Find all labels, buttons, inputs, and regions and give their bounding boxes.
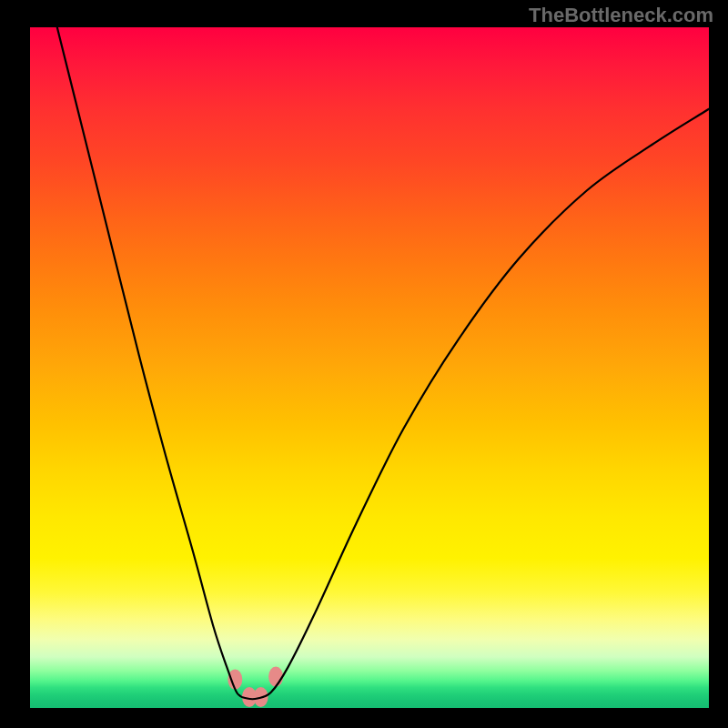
valley-blob-left: [228, 670, 242, 690]
valley-blob-right: [268, 667, 283, 687]
curve-layer: [0, 0, 728, 728]
chart-frame: TheBottleneck.com: [0, 0, 728, 728]
bottleneck-curve: [57, 27, 709, 699]
